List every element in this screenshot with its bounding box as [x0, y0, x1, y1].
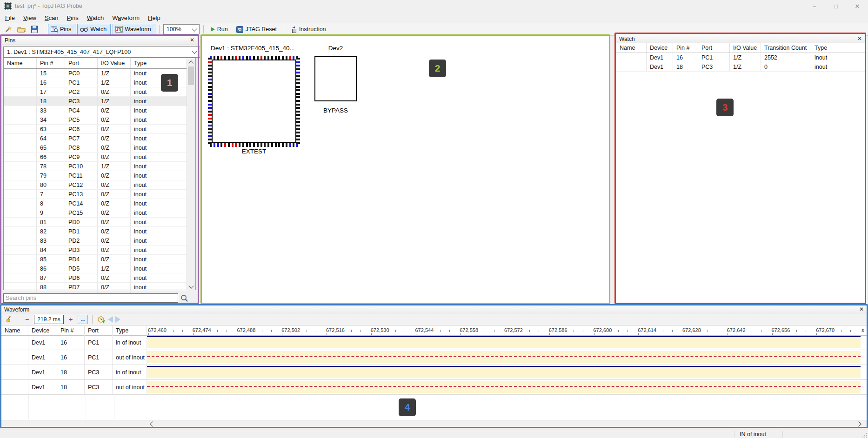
column-header-name[interactable]: Name [616, 43, 647, 53]
chip-pin [228, 143, 230, 147]
table-row[interactable]: 78 PC10 1/Z inout [4, 162, 195, 171]
table-row[interactable]: 83 PD2 0/Z inout [4, 236, 195, 246]
column-header-device[interactable]: Device [28, 326, 57, 335]
go-next-icon[interactable] [115, 316, 120, 323]
realtime-clock-icon[interactable] [97, 315, 106, 324]
table-row[interactable]: 65 PC8 0/Z inout [4, 143, 195, 153]
table-row[interactable]: 63 PC6 0/Z inout [4, 125, 195, 134]
column-header-name[interactable]: Name [1, 326, 28, 335]
menu-item[interactable]: File [1, 13, 19, 23]
watch-toggle-button[interactable]: Watch [77, 24, 111, 35]
table-row[interactable]: 8 PC14 0/Z inout [4, 199, 195, 208]
table-row[interactable]: 86 PD5 1/Z inout [4, 264, 195, 273]
scroll-up-icon[interactable] [187, 59, 195, 66]
column-header-name[interactable]: Name [4, 58, 37, 68]
table-row[interactable]: 88 PD7 0/Z inout [4, 283, 195, 292]
wand-icon[interactable] [3, 24, 14, 34]
chip-pin [208, 118, 212, 119]
table-row[interactable]: 80 PC12 0/Z inout [4, 180, 195, 190]
horizontal-scrollbar[interactable] [1, 420, 867, 427]
save-icon[interactable] [29, 24, 40, 34]
column-header-port[interactable]: Port [85, 326, 113, 335]
column-header-io[interactable]: I/O Value [98, 58, 131, 68]
menu-item[interactable]: Watch [83, 13, 108, 23]
column-header-device[interactable]: Device [647, 43, 673, 53]
table-row[interactable]: 33 PC4 0/Z inout [4, 106, 195, 115]
column-header-pin[interactable]: Pin # [37, 58, 65, 68]
table-row[interactable]: 85 PD4 0/Z inout [4, 255, 195, 264]
timeline-label: 672,656 [772, 327, 790, 333]
table-row[interactable]: Dev1 16 PC1 1/Z 2552 inout [616, 53, 865, 62]
table-row[interactable]: 18 PC3 1/Z inout [4, 97, 195, 106]
column-header-io[interactable]: I/O Value [730, 43, 761, 53]
close-icon[interactable]: ✕ [857, 35, 862, 42]
zoom-out-button[interactable]: − [22, 315, 32, 324]
waveform-row[interactable]: Dev1 16 PC1 in of inout [1, 335, 867, 350]
run-label: Run [217, 26, 228, 33]
minimize-button[interactable]: – [804, 0, 825, 12]
close-icon[interactable]: ✕ [190, 37, 194, 43]
menu-item[interactable]: Pins [63, 13, 83, 23]
menu-item[interactable]: View [19, 13, 40, 23]
column-header-pin[interactable]: Pin # [673, 43, 698, 53]
column-header-pin[interactable]: Pin # [57, 326, 85, 335]
chip-pin [208, 104, 212, 106]
table-row[interactable]: Dev1 18 PC3 1/Z 0 inout [616, 62, 865, 72]
menu-item[interactable]: Scan [40, 13, 63, 23]
waveform-row[interactable]: Dev1 16 PC1 out of inout [1, 350, 867, 365]
pins-icon [51, 26, 58, 33]
clear-waveform-icon[interactable] [5, 315, 13, 324]
device-selector[interactable]: 1. Dev1 : STM32F405_415_407_417_LQFP100 [3, 46, 200, 58]
table-row[interactable]: 84 PD3 0/Z inout [4, 246, 195, 255]
chip-pin [220, 56, 222, 60]
search-input[interactable] [3, 293, 178, 303]
maximize-button[interactable]: □ [825, 0, 847, 12]
fit-horizontal-button[interactable]: ↔ [78, 315, 88, 324]
resize-grip[interactable] [862, 433, 867, 438]
scroll-left-icon[interactable] [150, 421, 155, 426]
waveform-toggle-button[interactable]: Waveform [113, 24, 155, 35]
table-row[interactable]: 9 PC15 0/Z inout [4, 208, 195, 218]
scrollbar-thumb[interactable] [188, 66, 194, 85]
menu-item[interactable]: Help [144, 13, 165, 23]
go-previous-icon[interactable] [108, 316, 113, 323]
column-header-type[interactable]: Type [811, 43, 837, 53]
close-button[interactable]: ✕ [847, 0, 868, 12]
menu-item[interactable]: Waveform [108, 13, 144, 23]
instruction-button[interactable]: Instruction [288, 24, 329, 34]
vertical-scrollbar[interactable] [187, 59, 195, 290]
column-header-port[interactable]: Port [65, 58, 98, 68]
pins-toggle-button[interactable]: Pins [48, 24, 75, 35]
chip-pin [217, 56, 219, 60]
column-header-transition-count[interactable]: Transition Count [761, 43, 811, 53]
column-header-type[interactable]: Type [131, 58, 157, 68]
run-button[interactable]: Run [207, 24, 231, 34]
chip-pin [224, 56, 226, 60]
dev2-chip[interactable] [314, 56, 357, 101]
zoom-select[interactable]: 100% [163, 24, 200, 34]
waveform-row[interactable]: Dev1 18 PC3 in of inout [1, 365, 867, 380]
column-header-port[interactable]: Port [698, 43, 730, 53]
toolbar-separator [44, 25, 44, 33]
table-row[interactable]: 66 PC9 0/Z inout [4, 153, 195, 162]
table-row[interactable]: 81 PD0 0/Z inout [4, 218, 195, 227]
close-icon[interactable]: ✕ [859, 306, 864, 312]
search-icon[interactable] [180, 294, 188, 302]
table-row[interactable]: 87 PD6 0/Z inout [4, 273, 195, 283]
column-header-type[interactable]: Type [113, 326, 147, 335]
table-row[interactable]: 34 PC5 0/Z inout [4, 115, 195, 125]
zoom-in-button[interactable]: + [66, 315, 75, 324]
chip-pin [282, 56, 284, 60]
scroll-right-icon[interactable] [856, 421, 861, 426]
chip-pin [289, 143, 291, 147]
chip-pin [296, 68, 300, 70]
jtag-reset-button[interactable]: JTAG Reset [233, 24, 280, 34]
dev1-chip[interactable] [212, 60, 296, 143]
table-row[interactable]: 64 PC7 0/Z inout [4, 134, 195, 143]
table-row[interactable]: 7 PC13 0/Z inout [4, 190, 195, 199]
table-row[interactable]: 79 PC11 0/Z inout [4, 171, 195, 180]
scroll-down-icon[interactable] [187, 283, 195, 290]
open-project-icon[interactable] [16, 24, 27, 34]
table-row[interactable]: 82 PD1 0/Z inout [4, 227, 195, 236]
time-interval-field[interactable]: 219.2 ms [34, 315, 64, 324]
